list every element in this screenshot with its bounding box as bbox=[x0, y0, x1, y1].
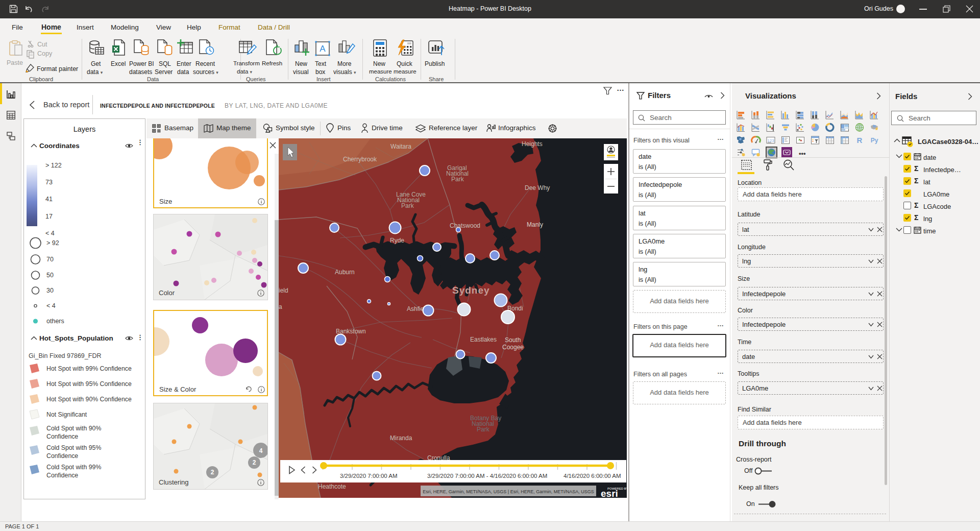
svg-text:Chatswood: Chatswood bbox=[450, 222, 480, 229]
svg-text:Waitara: Waitara bbox=[390, 143, 411, 150]
svg-text:ield: ield bbox=[279, 287, 288, 294]
svg-text:Esri, HERE, Garmin, METI/NASA,: Esri, HERE, Garmin, METI/NASA, USGS | Es… bbox=[423, 489, 594, 494]
svg-text:Park: Park bbox=[451, 176, 464, 183]
svg-text:•••: ••• bbox=[799, 150, 806, 157]
svg-text:Park: Park bbox=[477, 426, 490, 433]
svg-text:esri: esri bbox=[601, 488, 618, 498]
svg-text:Ryde: Ryde bbox=[390, 237, 404, 244]
svg-text:Heathcote: Heathcote bbox=[318, 483, 346, 490]
svg-text:4: 4 bbox=[259, 447, 263, 454]
svg-text:A: A bbox=[320, 44, 326, 54]
svg-text:R: R bbox=[857, 136, 863, 144]
svg-text:Dee Why: Dee Why bbox=[525, 184, 550, 191]
svg-text:123: 123 bbox=[767, 138, 774, 143]
svg-text:South: South bbox=[505, 336, 521, 344]
svg-text:Heights: Heights bbox=[522, 140, 543, 148]
svg-text:2: 2 bbox=[253, 459, 256, 466]
svg-text:Sydney: Sydney bbox=[452, 285, 490, 296]
svg-text:2: 2 bbox=[211, 469, 214, 476]
svg-text:a: a bbox=[279, 303, 282, 310]
svg-text:Coogee: Coogee bbox=[502, 344, 524, 351]
svg-text:Park: Park bbox=[401, 202, 414, 209]
svg-text:Miranda: Miranda bbox=[390, 435, 412, 442]
svg-text:Auburn: Auburn bbox=[335, 269, 355, 276]
svg-text:Eastlakes: Eastlakes bbox=[470, 336, 497, 343]
svg-text:Py: Py bbox=[871, 137, 878, 144]
svg-text:Cherrybrook: Cherrybrook bbox=[343, 156, 377, 163]
svg-text:Manly: Manly bbox=[527, 221, 543, 228]
